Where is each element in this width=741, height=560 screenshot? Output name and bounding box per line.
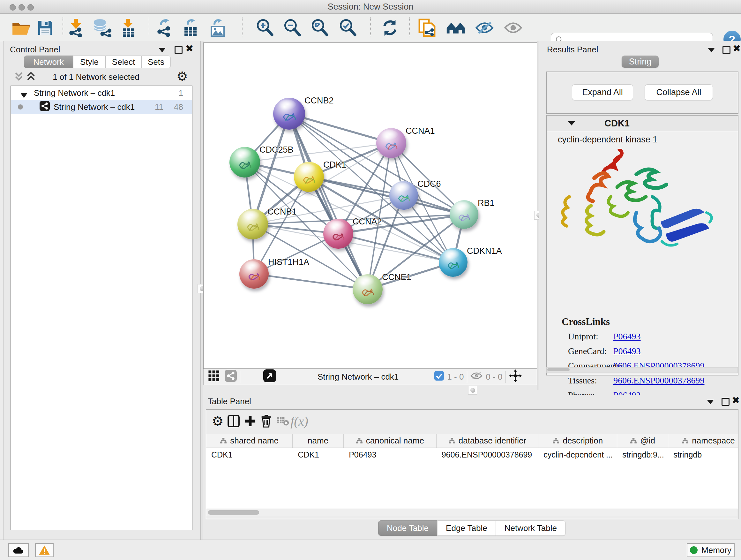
table-scrollbar[interactable] <box>206 509 738 516</box>
collapse-gene-icon[interactable] <box>568 121 575 125</box>
tab-sets[interactable]: Sets <box>141 56 171 68</box>
network-node-ccne1[interactable] <box>353 274 383 304</box>
gene-section-header[interactable]: CDK1 <box>547 116 738 131</box>
network-grid-view-icon[interactable] <box>208 370 219 384</box>
zoom-out-icon[interactable] <box>283 18 302 37</box>
panel-float-icon[interactable] <box>722 398 730 406</box>
tab-style[interactable]: Style <box>73 56 106 68</box>
panel-float-icon[interactable] <box>175 46 183 54</box>
cell-canonical-name[interactable]: P06493 <box>344 448 436 461</box>
crosslink-tissues-link[interactable]: 9606.ENSP00000378699 <box>613 375 704 386</box>
network-row[interactable]: String Network – cdk1 11 48 <box>11 100 192 114</box>
network-node-ccnb2[interactable] <box>273 98 305 130</box>
gene-description: cyclin-dependent kinase 1 <box>558 135 657 145</box>
cell-description[interactable]: cyclin-dependent ... <box>538 448 617 461</box>
hidden-eye-slash-icon[interactable] <box>470 371 482 383</box>
horizontal-splitter-grip[interactable] <box>468 386 477 395</box>
refresh-icon[interactable] <box>381 18 400 37</box>
tab-select[interactable]: Select <box>106 56 141 68</box>
network-collection-row[interactable]: String Network – cdk1 1 <box>11 86 192 100</box>
home-icon[interactable] <box>446 18 465 37</box>
session-files-icon[interactable] <box>417 18 436 37</box>
column-header-name[interactable]: name <box>293 434 344 448</box>
panel-close-icon[interactable]: ✖ <box>732 397 740 404</box>
cell-id[interactable]: stringdb:9... <box>617 448 668 461</box>
column-header-canonical-name[interactable]: canonical name <box>344 434 436 448</box>
zoom-in-icon[interactable] <box>255 18 274 37</box>
tab-edge-table[interactable]: Edge Table <box>437 520 496 536</box>
import-table-icon[interactable] <box>119 18 138 37</box>
import-network-icon[interactable] <box>66 18 85 37</box>
delete-table-icon[interactable] <box>275 414 290 429</box>
network-node-ccnb1[interactable] <box>238 209 268 240</box>
column-header-shared-name[interactable]: shared name <box>206 434 293 448</box>
results-scrollbar[interactable] <box>546 367 738 373</box>
crosslink-genecard-link[interactable]: P06493 <box>613 346 641 356</box>
warning-status-icon[interactable] <box>35 543 54 557</box>
function-builder-icon[interactable]: f(x) <box>292 414 307 429</box>
panel-float-icon[interactable] <box>723 46 731 54</box>
cloud-status-icon[interactable] <box>8 543 29 557</box>
export-image-icon[interactable] <box>208 18 227 37</box>
network-node-ccna2[interactable] <box>323 219 353 249</box>
export-table-icon[interactable] <box>181 18 200 37</box>
selected-checkbox-icon[interactable] <box>434 371 444 383</box>
column-header-id[interactable]: @id <box>617 434 668 448</box>
save-session-icon[interactable] <box>36 18 55 37</box>
tab-network[interactable]: Network <box>24 56 73 68</box>
results-scrollbar-thumb[interactable] <box>547 368 569 371</box>
collapse-all-networks-icon[interactable] <box>14 71 23 83</box>
birdseye-view-icon[interactable] <box>263 369 276 384</box>
panel-menu-icon[interactable] <box>708 48 715 52</box>
network-share-view-icon[interactable] <box>225 370 237 384</box>
crosslink-uniprot-link[interactable]: P06493 <box>613 331 641 341</box>
table-options-gear-icon[interactable]: ⚙ <box>210 414 225 429</box>
network-nodes-layer: CCNB2CCNA1CDC25BCDK1CDC6RB1CCNB1CCNA2CDK… <box>204 43 537 369</box>
network-view-canvas[interactable]: CCNB2CCNA1CDC25BCDK1CDC6RB1CCNB1CCNA2CDK… <box>203 43 537 369</box>
network-node-cdc25b[interactable] <box>229 147 260 178</box>
cell-name[interactable]: CDK1 <box>293 448 344 461</box>
node-gloss-highlight <box>279 100 296 110</box>
cell-namespace[interactable]: stringdb <box>668 448 738 461</box>
memory-status-button[interactable]: Memory <box>687 543 735 557</box>
column-header-namespace[interactable]: namespace <box>668 434 738 448</box>
expand-all-button[interactable]: Expand All <box>572 84 633 100</box>
network-node-cdk1[interactable] <box>294 162 324 192</box>
import-network-database-icon[interactable] <box>92 18 112 37</box>
show-columns-icon[interactable] <box>226 414 241 429</box>
hide-panels-eye-slash-icon[interactable] <box>475 18 494 37</box>
collection-count: 1 <box>179 88 183 98</box>
column-header-database-identifier[interactable]: database identifier <box>436 434 539 448</box>
string-network-badge-icon <box>40 101 50 113</box>
panel-menu-icon[interactable] <box>158 48 165 52</box>
create-column-plus-icon[interactable] <box>243 414 258 429</box>
fit-content-crosshair-icon[interactable] <box>509 369 522 384</box>
network-status-dot-icon <box>18 105 23 110</box>
network-node-cdc6[interactable] <box>389 181 418 210</box>
collection-expand-icon[interactable] <box>20 90 27 100</box>
table-scrollbar-thumb[interactable] <box>208 510 259 515</box>
collapse-all-button[interactable]: Collapse All <box>645 84 713 100</box>
expand-all-networks-icon[interactable] <box>26 71 36 83</box>
table-row[interactable]: CDK1 CDK1 P06493 9606.ENSP00000378699 cy… <box>206 448 738 461</box>
cell-shared-name[interactable]: CDK1 <box>206 448 293 461</box>
show-panels-eye-icon[interactable] <box>503 18 523 37</box>
network-options-gear-icon[interactable]: ⚙ <box>177 69 188 84</box>
network-node-cdkn1a[interactable] <box>439 248 468 277</box>
tab-network-table[interactable]: Network Table <box>496 520 565 536</box>
zoom-selected-icon[interactable] <box>338 18 357 37</box>
network-node-hist1h1a[interactable] <box>239 259 269 289</box>
tab-node-table[interactable]: Node Table <box>378 520 437 536</box>
export-network-icon[interactable] <box>155 18 174 37</box>
tab-string[interactable]: String <box>622 56 659 68</box>
panel-close-icon[interactable]: ✖ <box>733 45 741 52</box>
column-header-description[interactable]: description <box>538 434 617 448</box>
panel-close-icon[interactable]: ✖ <box>185 45 193 52</box>
zoom-fit-icon[interactable] <box>310 18 329 37</box>
panel-menu-icon[interactable] <box>707 400 714 404</box>
network-node-rb1[interactable] <box>450 200 478 229</box>
open-folder-icon[interactable] <box>11 18 30 37</box>
delete-column-trash-icon[interactable] <box>259 414 274 429</box>
cell-database-identifier[interactable]: 9606.ENSP00000378699 <box>436 448 538 461</box>
network-node-ccna1[interactable] <box>376 128 406 158</box>
